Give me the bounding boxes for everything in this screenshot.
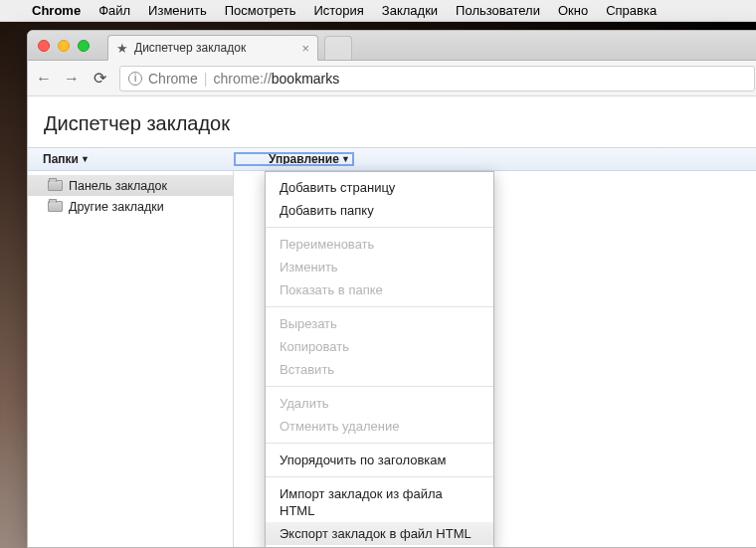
menu-separator	[266, 306, 493, 307]
manage-label: Управление	[269, 152, 339, 166]
menubar-item[interactable]: Окно	[558, 3, 588, 18]
forward-button[interactable]: →	[64, 70, 80, 88]
manage-dropdown-button[interactable]: Управление ▼	[234, 152, 354, 166]
page-content: Диспетчер закладок Папки ▼ Управление ▼ …	[28, 96, 756, 547]
window-minimize-button[interactable]	[58, 40, 70, 52]
menubar-item[interactable]: Справка	[606, 3, 657, 18]
browser-tab[interactable]: ★ Диспетчер закладок ×	[107, 35, 318, 61]
menubar-app[interactable]: Chrome	[32, 3, 81, 18]
reload-button[interactable]: ⟳	[92, 69, 107, 88]
menu-add-page[interactable]: Добавить страницу	[266, 176, 493, 199]
omnibox-path: bookmarks	[272, 71, 339, 87]
menubar-item[interactable]: Закладки	[382, 3, 438, 18]
menu-delete: Удалить	[266, 392, 493, 415]
folders-column-header[interactable]: Папки ▼	[28, 152, 234, 166]
folders-label: Папки	[43, 152, 79, 166]
tab-strip: ★ Диспетчер закладок ×	[28, 31, 756, 61]
menu-paste: Вставить	[266, 358, 493, 381]
menu-sort-by-title[interactable]: Упорядочить по заголовкам	[266, 449, 493, 471]
menubar-item[interactable]: Изменить	[148, 3, 207, 18]
window-controls	[38, 40, 90, 52]
menubar-item[interactable]: История	[313, 3, 363, 18]
omnibox[interactable]: i Chrome | chrome://bookmarks	[119, 66, 755, 91]
menu-undo-delete: Отменить удаление	[266, 415, 493, 438]
menu-add-folder[interactable]: Добавить папку	[266, 199, 493, 222]
menu-export-html[interactable]: Экспорт закладок в файл HTML	[266, 522, 493, 545]
menu-edit: Изменить	[266, 256, 493, 278]
folder-icon	[48, 201, 63, 212]
macos-menubar: Chrome Файл Изменить Посмотреть История …	[0, 0, 756, 22]
menu-separator	[266, 386, 493, 387]
menubar-item[interactable]: Посмотреть	[225, 3, 296, 18]
menu-separator	[266, 443, 493, 444]
star-icon: ★	[116, 41, 128, 56]
new-tab-button[interactable]	[324, 36, 352, 60]
caret-down-icon: ▼	[81, 154, 90, 164]
omnibox-scheme: chrome://	[213, 71, 271, 87]
bookmarks-panel: Добавить страницу Добавить папку Переиме…	[234, 171, 756, 547]
window-close-button[interactable]	[38, 40, 50, 52]
omnibox-site-label: Chrome	[148, 71, 198, 87]
menu-separator	[266, 476, 493, 477]
tab-title: Диспетчер закладок	[134, 41, 246, 55]
page-title: Диспетчер закладок	[28, 96, 756, 147]
folder-label: Панель закладок	[69, 179, 167, 193]
sidebar-folder[interactable]: Другие закладки	[28, 196, 233, 217]
menu-rename: Переименовать	[266, 233, 493, 256]
menubar-item[interactable]: Файл	[98, 3, 130, 18]
folders-sidebar: Панель закладок Другие закладки	[28, 171, 234, 547]
back-button[interactable]: ←	[36, 70, 52, 88]
tab-close-icon[interactable]: ×	[301, 41, 309, 56]
menu-copy: Копировать	[266, 335, 493, 358]
caret-down-icon: ▼	[341, 154, 350, 164]
menu-cut: Вырезать	[266, 312, 493, 335]
browser-toolbar: ← → ⟳ i Chrome | chrome://bookmarks	[28, 61, 756, 96]
sidebar-folder[interactable]: Панель закладок	[28, 175, 233, 196]
menu-separator	[266, 227, 493, 228]
window-zoom-button[interactable]	[78, 40, 90, 52]
site-info-icon[interactable]: i	[128, 72, 142, 86]
browser-window: ★ Диспетчер закладок × ← → ⟳ i Chrome | …	[27, 30, 756, 548]
menu-import-html[interactable]: Импорт закладок из файла HTML	[266, 482, 493, 522]
menu-show-in-folder: Показать в папке	[266, 278, 493, 301]
folder-label: Другие закладки	[69, 200, 164, 214]
folder-icon	[48, 180, 63, 191]
manage-dropdown-menu: Добавить страницу Добавить папку Переиме…	[265, 171, 494, 548]
menubar-item[interactable]: Пользователи	[456, 3, 540, 18]
column-header-row: Папки ▼ Управление ▼	[28, 147, 756, 171]
